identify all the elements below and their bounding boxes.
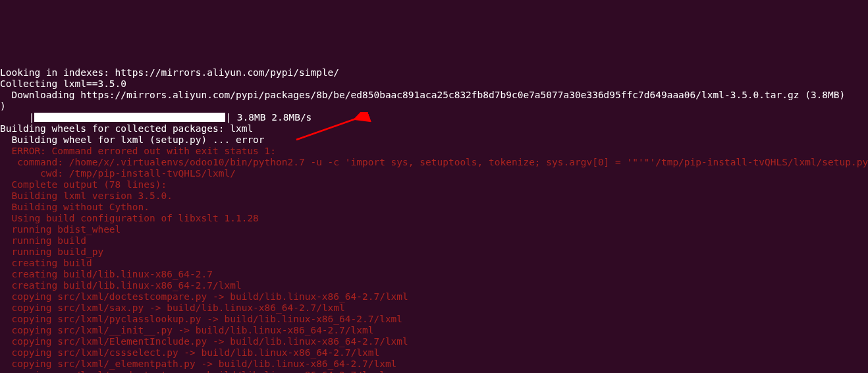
error-line: creating build/lib.linux-x86_64-2.7 xyxy=(0,269,213,279)
error-line: copying src/lxml/_elementpath.py -> buil… xyxy=(0,359,396,369)
terminal-line: ) xyxy=(0,101,6,111)
error-line: cwd: /tmp/pip-install-tvQHLS/lxml/ xyxy=(0,168,236,179)
error-line: Complete output (78 lines): xyxy=(0,179,167,190)
error-line: running build_py xyxy=(0,246,103,257)
error-line: Using build configuration of libxslt 1.1… xyxy=(0,213,259,223)
error-line: copying src/lxml/pyclasslookup.py -> bui… xyxy=(0,314,402,324)
terminal-line: Building wheel for lxml (setup.py) ... e… xyxy=(0,134,265,145)
terminal-line: Building wheels for collected packages: … xyxy=(0,123,253,134)
error-line: copying src/lxml/doctestcompare.py -> bu… xyxy=(0,291,408,302)
error-line: creating build/lib.linux-x86_64-2.7/lxml xyxy=(0,280,242,291)
error-line: command: /home/x/.virtualenvs/odoo10/bin… xyxy=(0,157,868,167)
error-line: copying src/lxml/usedoctest.py -> build/… xyxy=(0,370,385,373)
terminal-line: Collecting lxml==3.5.0 xyxy=(0,78,126,89)
error-line: Building lxml version 3.5.0. xyxy=(0,190,173,201)
progress-bar-icon xyxy=(34,113,225,122)
progress-line: || 3.8MB 2.8MB/s xyxy=(0,112,312,123)
error-line: copying src/lxml/ElementInclude.py -> bu… xyxy=(0,336,408,347)
error-line: copying src/lxml/__init__.py -> build/li… xyxy=(0,325,373,335)
error-line: creating build xyxy=(0,258,92,268)
terminal-line: Downloading https://mirrors.aliyun.com/p… xyxy=(0,90,845,100)
error-line: running bdist_wheel xyxy=(0,224,121,235)
terminal-line: Looking in indexes: https://mirrors.aliy… xyxy=(0,67,339,78)
error-line: ERROR: Command errored out with exit sta… xyxy=(0,146,276,156)
error-line: copying src/lxml/sax.py -> build/lib.lin… xyxy=(0,302,345,313)
error-line: Building without Cython. xyxy=(0,202,149,212)
error-line: copying src/lxml/cssselect.py -> build/l… xyxy=(0,347,379,358)
terminal-output[interactable]: Looking in indexes: https://mirrors.aliy… xyxy=(0,56,868,373)
error-line: running build xyxy=(0,235,86,246)
